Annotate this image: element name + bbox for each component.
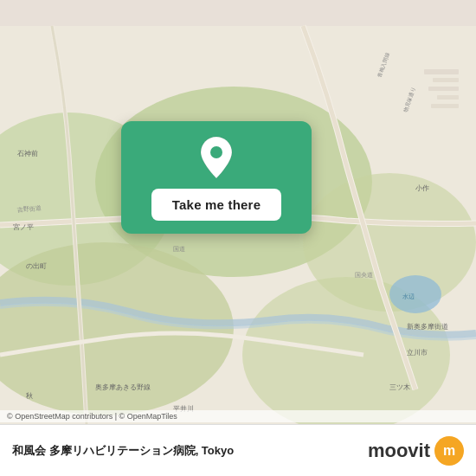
svg-rect-29 [431,104,459,108]
place-info: 和風会 多摩リハビリテーション病院, Tokyo [12,443,234,459]
info-bar: 和風会 多摩リハビリテーション病院, Tokyo moovit m [0,424,476,476]
svg-text:秋: 秋 [26,392,33,400]
svg-text:国央道: 国央道 [355,272,373,278]
map-attribution: © OpenStreetMap contributors | © OpenMap… [0,410,476,422]
svg-text:水辺: 水辺 [402,293,415,299]
moovit-brand-text: moovit [368,440,430,462]
action-card: Take me there [121,121,312,234]
svg-text:立川市: 立川市 [407,349,428,357]
svg-point-12 [389,275,441,313]
place-name-text: 和風会 多摩リハビリテーション病院 [12,444,196,457]
location-pin-icon [197,135,235,180]
svg-text:宮ノ平: 宮ノ平 [13,223,34,231]
svg-text:国道: 国道 [173,246,185,252]
place-name: 和風会 多摩リハビリテーション病院, Tokyo [12,443,234,459]
svg-rect-28 [437,95,459,100]
moovit-logo: moovit m [368,436,464,466]
moovit-icon: m [434,436,464,466]
take-me-there-button[interactable]: Take me there [151,189,281,221]
svg-rect-26 [433,78,459,82]
svg-rect-25 [424,69,459,74]
svg-point-30 [210,146,222,158]
svg-text:石神前: 石神前 [17,150,38,158]
place-city-text: Tokyo [202,444,234,457]
svg-rect-27 [428,87,459,91]
svg-text:の出町: の出町 [26,262,47,270]
map-container: 吉野街道 東青梅 青梅街道 青梅入間線 物見塚通り 国央道 水辺 石神前 宮ノ平… [0,0,476,476]
svg-text:奥多摩あきる野線: 奥多摩あきる野線 [95,383,151,391]
svg-text:小作: 小作 [415,184,429,192]
svg-text:新奥多摩街道: 新奥多摩街道 [407,323,448,331]
svg-text:m: m [443,443,455,458]
svg-text:三ツ木: 三ツ木 [389,383,410,391]
map-background: 吉野街道 東青梅 青梅街道 青梅入間線 物見塚通り 国央道 水辺 石神前 宮ノ平… [0,0,476,476]
